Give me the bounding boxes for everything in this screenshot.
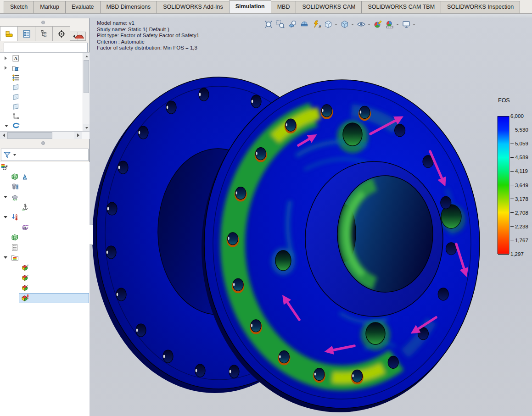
tree-item-connections[interactable]: Connections	[0, 182, 90, 192]
collapse-arrow-icon[interactable]	[4, 216, 7, 218]
apply-scene-button[interactable]	[384, 19, 395, 30]
ribbon-tab-bar: SketchMarkupEvaluateMBD DimensionsSOLIDW…	[0, 0, 532, 14]
manager-tab-feature-manager[interactable]	[0, 26, 18, 41]
filter-dropdown-caret[interactable]	[13, 154, 16, 156]
tree-item-stress1-vonmises[interactable]: σStress1 (-vonMises-)	[0, 263, 90, 273]
collapse-arrow-icon[interactable]	[4, 196, 7, 198]
scroll-left-button[interactable]	[0, 132, 7, 139]
study-icon	[1, 163, 90, 171]
fixed-icon	[21, 203, 90, 211]
tree-item-mesh[interactable]: Mesh	[0, 233, 90, 243]
zoom-to-area-button[interactable]	[275, 19, 286, 30]
tree-item-top-plane[interactable]: Top Plane	[0, 92, 83, 102]
tree-item-origin[interactable]: Origin	[0, 111, 83, 121]
plot-info-line: Factor of safety distribution: Min FOS =…	[97, 45, 199, 51]
ribbon-tab-evaluate[interactable]: Evaluate	[65, 1, 101, 13]
zoom-to-fit-button[interactable]	[263, 19, 274, 30]
view-annotations-button[interactable]: A	[311, 19, 322, 30]
expand-arrow-icon[interactable]	[5, 56, 7, 60]
tree-item-front-plane[interactable]: Front Plane	[0, 83, 83, 92]
manager-tab-dimxpert-manager[interactable]	[52, 26, 70, 41]
legend-title: FOS	[498, 97, 532, 104]
view-orientation-dropdown-caret[interactable]	[335, 19, 338, 30]
view-settings-button[interactable]	[401, 19, 412, 30]
ribbon-tab-solidworks-add-ins[interactable]: SOLIDWORKS Add-Ins	[157, 1, 230, 13]
tree-item-external-loads[interactable]: External Loads	[0, 212, 90, 222]
tree-item-static-1-default[interactable]: Static 1 (-Default-)	[0, 162, 90, 172]
feature-manager-panel: AAnnotationsSolid Bodies(1)Material <not…	[0, 18, 90, 416]
plane-icon	[12, 83, 83, 91]
simulation-study-tree: Static 1 (-Default-)v1 (-AISI 321 Anneal…	[0, 162, 90, 416]
manager-tab-configuration-manager[interactable]	[35, 26, 53, 41]
feature-tree-scrollbar[interactable]	[83, 53, 90, 131]
legend-tick-labels: 6,0005,5305,0594,5894,1193,6493,1782,708…	[510, 116, 532, 254]
tree-item-fixtures[interactable]: Fixtures	[0, 192, 90, 202]
collapse-arrow-icon[interactable]	[5, 125, 8, 127]
display-style-dropdown-caret[interactable]	[351, 19, 355, 30]
simulation-filter-box[interactable]	[1, 149, 89, 161]
tree-item-label: Displacement1 (-Res dis	[31, 283, 90, 283]
plane-icon	[12, 103, 83, 111]
tree-item-right-plane[interactable]: Right Plane	[0, 102, 83, 111]
view-orientation-button[interactable]	[323, 19, 334, 30]
ribbon-tab-sketch[interactable]: Sketch	[4, 1, 34, 13]
svg-text:σ: σ	[27, 264, 28, 266]
tree-item-label: Fixtures	[21, 202, 40, 202]
mesh-icon	[11, 233, 90, 241]
tree-item-torque-3-per-item-1-40[interactable]: Torque-3 (:Per item: 1 40	[0, 222, 90, 233]
graphics-viewport[interactable]: Model name: v1Study name: Static 1(-Defa…	[90, 18, 532, 416]
ribbon-tab-mbd[interactable]: MBD	[271, 1, 297, 13]
hide-show-items-button[interactable]	[356, 19, 367, 30]
ribbon-tab-solidworks-cam[interactable]: SOLIDWORKS CAM	[296, 1, 362, 13]
tree-item-label: v1 (-AISI 321 Annealed S	[30, 182, 90, 182]
ribbon-tab-solidworks-inspection[interactable]: SOLIDWORKS Inspection	[441, 1, 520, 13]
tree-item-label: Strain1 (-Equivalent-)	[31, 293, 83, 293]
hscroll-thumb[interactable]	[7, 132, 52, 139]
previous-view-button[interactable]	[287, 19, 298, 30]
edit-appearance-button[interactable]	[372, 19, 383, 30]
manager-tab-strip	[0, 26, 90, 41]
ribbon-tab-simulation[interactable]: Simulation	[229, 0, 271, 13]
plot-info-line: Criterion : Automatic	[97, 39, 199, 45]
annotations-icon: A	[12, 55, 83, 62]
section-view-button[interactable]	[299, 19, 310, 30]
tree-item-solid-bodies-1[interactable]: Solid Bodies(1)	[0, 63, 83, 73]
tree-item-annotations[interactable]: AAnnotations	[0, 54, 83, 63]
collapse-arrow-icon[interactable]	[4, 256, 7, 259]
tree-item-strain1-equivalent[interactable]: εStrain1 (-Equivalent-)	[0, 283, 90, 293]
panel-flyout-handle[interactable]	[90, 225, 93, 245]
display-manager-partial-icon	[73, 33, 85, 39]
panel-splitter-dot-2[interactable]	[41, 141, 45, 145]
tree-item-displacement1-res-dis[interactable]: uDisplacement1 (-Res dis	[0, 273, 90, 283]
manager-tab-property-manager[interactable]	[17, 26, 35, 41]
legend-tick: 3,178	[510, 196, 528, 202]
feature-filter-input[interactable]	[4, 43, 88, 52]
tree-item-fixed-1[interactable]: Fixed-1	[0, 202, 90, 212]
ribbon-tab-mbd-dimensions[interactable]: MBD Dimensions	[100, 1, 157, 13]
command-strip	[0, 14, 532, 18]
scroll-up-button[interactable]	[83, 53, 90, 60]
expand-arrow-icon[interactable]	[5, 66, 7, 70]
hub-model-fos-plot[interactable]	[90, 18, 532, 416]
ribbon-tab-markup[interactable]: Markup	[34, 1, 66, 13]
scroll-thumb[interactable]	[84, 60, 89, 93]
view-settings-dropdown-caret[interactable]	[413, 19, 416, 30]
tree-item-results[interactable]: Results	[0, 253, 90, 263]
heads-up-toolbar: A	[263, 18, 416, 30]
revolve-icon	[12, 122, 83, 130]
apply-scene-dropdown-caret[interactable]	[396, 19, 400, 30]
tree-item-factor-of-safety1-fos[interactable]: Factor of Safety1 (-FOS	[0, 293, 90, 303]
tree-item-material-not-specified[interactable]: Material <not specified>	[0, 73, 83, 83]
display-style-button[interactable]	[339, 19, 350, 30]
panel-splitter-dot[interactable]	[41, 21, 45, 24]
tree-item-label: Solid Bodies(1)	[22, 72, 59, 73]
tree-item-hubbodyrevolve2[interactable]: HubBodyRevolve2	[0, 121, 83, 131]
hide-show-items-dropdown-caret[interactable]	[368, 19, 371, 30]
tree-item-label: Connections	[21, 192, 51, 192]
tree-item-result-options[interactable]: Result Options	[0, 243, 90, 253]
ribbon-tab-solidworks-cam-tbm[interactable]: SOLIDWORKS CAM TBM	[361, 1, 441, 13]
scroll-down-button[interactable]	[83, 124, 90, 131]
feature-tree-hscrollbar[interactable]	[0, 132, 90, 139]
scroll-right-button[interactable]	[74, 132, 82, 139]
tree-item-v1-aisi-321-annealed-s[interactable]: v1 (-AISI 321 Annealed S	[0, 172, 90, 182]
